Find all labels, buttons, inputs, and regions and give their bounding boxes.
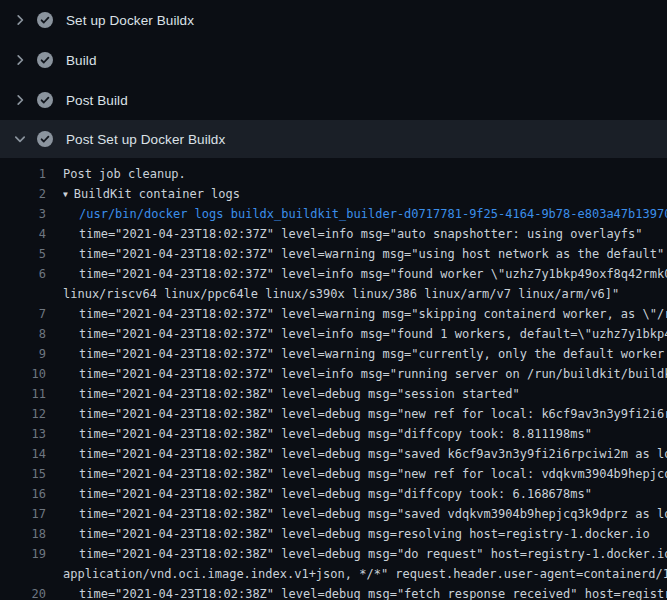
log-line-text: time="2021-04-23T18:02:37Z" level=warnin… bbox=[79, 347, 667, 361]
log-line: 13 time="2021-04-23T18:02:38Z" level=deb… bbox=[0, 424, 667, 444]
log-line-body: linux/riscv64 linux/ppc64le linux/s390x … bbox=[63, 284, 619, 304]
log-line: 17 time="2021-04-23T18:02:38Z" level=deb… bbox=[0, 504, 667, 524]
log-line-body: time="2021-04-23T18:02:37Z" level=info m… bbox=[79, 224, 643, 244]
check-success-icon bbox=[37, 52, 53, 68]
log-line-body: time="2021-04-23T18:02:38Z" level=debug … bbox=[79, 404, 667, 424]
log-line-number[interactable]: 7 bbox=[0, 304, 46, 324]
log-line-number[interactable] bbox=[0, 284, 46, 304]
log-line: 12 time="2021-04-23T18:02:38Z" level=deb… bbox=[0, 404, 667, 424]
log-line-body: time="2021-04-23T18:02:37Z" level=warnin… bbox=[79, 304, 667, 324]
log-line-body: time="2021-04-23T18:02:37Z" level=info m… bbox=[79, 324, 667, 344]
log-line-text: time="2021-04-23T18:02:38Z" level=debug … bbox=[79, 507, 667, 521]
log-line-text: linux/riscv64 linux/ppc64le linux/s390x … bbox=[63, 287, 619, 301]
log-line: 9 time="2021-04-23T18:02:37Z" level=warn… bbox=[0, 344, 667, 364]
step-label: Set up Docker Buildx bbox=[66, 13, 194, 28]
check-success-icon bbox=[37, 12, 53, 28]
log-line-number[interactable]: 4 bbox=[0, 224, 46, 244]
log-line-text: time="2021-04-23T18:02:38Z" level=debug … bbox=[79, 487, 592, 501]
log-line-number[interactable]: 10 bbox=[0, 364, 46, 384]
chevron-right-icon bbox=[12, 92, 28, 108]
log-line-number[interactable]: 5 bbox=[0, 244, 46, 264]
log-line: 19 time="2021-04-23T18:02:38Z" level=deb… bbox=[0, 544, 667, 564]
log-line-number[interactable]: 3 bbox=[0, 204, 46, 224]
log-line-number[interactable] bbox=[0, 564, 46, 584]
log-line-number[interactable]: 16 bbox=[0, 484, 46, 504]
log-line-number[interactable]: 14 bbox=[0, 444, 46, 464]
chevron-right-icon bbox=[12, 52, 28, 68]
step-header-post-set-up-docker-buildx[interactable]: Post Set up Docker Buildx bbox=[0, 120, 667, 158]
log-line-body: time="2021-04-23T18:02:38Z" level=debug … bbox=[79, 424, 592, 444]
log-line-body: ▼BuildKit container logs bbox=[63, 184, 240, 204]
log-line-body: /usr/bin/docker logs buildx_buildkit_bui… bbox=[79, 204, 667, 224]
log-line-text: time="2021-04-23T18:02:37Z" level=info m… bbox=[79, 327, 667, 341]
log-line-body: time="2021-04-23T18:02:37Z" level=warnin… bbox=[79, 244, 664, 264]
group-toggle-icon[interactable]: ▼ bbox=[63, 185, 68, 204]
log-line-text: time="2021-04-23T18:02:38Z" level=debug … bbox=[79, 587, 667, 600]
log-line-text: BuildKit container logs bbox=[74, 187, 240, 201]
log-line-number[interactable]: 20 bbox=[0, 584, 46, 600]
log-line-number[interactable]: 18 bbox=[0, 524, 46, 544]
log-line-text: Post job cleanup. bbox=[63, 167, 186, 181]
log-line-number[interactable]: 12 bbox=[0, 404, 46, 424]
log-line: 14 time="2021-04-23T18:02:38Z" level=deb… bbox=[0, 444, 667, 464]
log-line-text: time="2021-04-23T18:02:37Z" level=warnin… bbox=[79, 307, 667, 321]
log-line-text: application/vnd.oci.image.index.v1+json,… bbox=[63, 567, 667, 581]
log-line: 7 time="2021-04-23T18:02:37Z" level=warn… bbox=[0, 304, 667, 324]
log-line-body: time="2021-04-23T18:02:38Z" level=debug … bbox=[79, 584, 667, 600]
steps-list: Set up Docker Buildx Build Post Build bbox=[0, 0, 667, 158]
log-line-text: time="2021-04-23T18:02:38Z" level=debug … bbox=[79, 387, 520, 401]
log-line-body: time="2021-04-23T18:02:38Z" level=debug … bbox=[79, 544, 667, 564]
log-line: 3 /usr/bin/docker logs buildx_buildkit_b… bbox=[0, 204, 667, 224]
log-line-text: time="2021-04-23T18:02:38Z" level=debug … bbox=[79, 547, 667, 561]
log-line: 5 time="2021-04-23T18:02:37Z" level=warn… bbox=[0, 244, 667, 264]
log-line-text: /usr/bin/docker logs buildx_buildkit_bui… bbox=[79, 207, 667, 221]
step-label: Build bbox=[66, 53, 97, 68]
log-line: 4 time="2021-04-23T18:02:37Z" level=info… bbox=[0, 224, 667, 244]
log-line-text: time="2021-04-23T18:02:37Z" level=info m… bbox=[79, 367, 667, 381]
log-lines: 1 Post job cleanup. 2 ▼BuildKit containe… bbox=[0, 158, 667, 600]
log-line-number[interactable]: 11 bbox=[0, 384, 46, 404]
log-line: 2 ▼BuildKit container logs bbox=[0, 184, 667, 204]
log-line-text: time="2021-04-23T18:02:37Z" level=info m… bbox=[79, 267, 667, 281]
log-line-text: time="2021-04-23T18:02:37Z" level=warnin… bbox=[79, 247, 664, 261]
log-line-text: time="2021-04-23T18:02:37Z" level=info m… bbox=[79, 227, 643, 241]
log-line-number[interactable]: 13 bbox=[0, 424, 46, 444]
step-header-build[interactable]: Build bbox=[0, 40, 667, 80]
log-line: 16 time="2021-04-23T18:02:38Z" level=deb… bbox=[0, 484, 667, 504]
log-line-body: time="2021-04-23T18:02:37Z" level=info m… bbox=[79, 264, 667, 284]
log-line-body: application/vnd.oci.image.index.v1+json,… bbox=[63, 564, 667, 584]
log-line-body: time="2021-04-23T18:02:37Z" level=info m… bbox=[79, 364, 667, 384]
log-line-number[interactable]: 6 bbox=[0, 264, 46, 284]
log-line: 1 Post job cleanup. bbox=[0, 164, 667, 184]
log-line-body: time="2021-04-23T18:02:38Z" level=debug … bbox=[79, 484, 592, 504]
log-line-number[interactable]: 9 bbox=[0, 344, 46, 364]
step-label: Post Build bbox=[66, 93, 128, 108]
step-header-post-build[interactable]: Post Build bbox=[0, 80, 667, 120]
log-line-body: time="2021-04-23T18:02:37Z" level=warnin… bbox=[79, 344, 667, 364]
log-line: 11 time="2021-04-23T18:02:38Z" level=deb… bbox=[0, 384, 667, 404]
log-line-number[interactable]: 15 bbox=[0, 464, 46, 484]
log-line-body: time="2021-04-23T18:02:38Z" level=debug … bbox=[79, 444, 667, 464]
log-line-number[interactable]: 2 bbox=[0, 184, 46, 204]
step-header-set-up-docker-buildx[interactable]: Set up Docker Buildx bbox=[0, 0, 667, 40]
log-line-number[interactable]: 17 bbox=[0, 504, 46, 524]
log-line-text: time="2021-04-23T18:02:38Z" level=debug … bbox=[79, 467, 667, 481]
log-line: linux/riscv64 linux/ppc64le linux/s390x … bbox=[0, 284, 667, 304]
log-line-body: Post job cleanup. bbox=[63, 164, 186, 184]
log-line: 15 time="2021-04-23T18:02:38Z" level=deb… bbox=[0, 464, 667, 484]
log-line: application/vnd.oci.image.index.v1+json,… bbox=[0, 564, 667, 584]
chevron-down-icon bbox=[12, 131, 28, 147]
log-line-number[interactable]: 1 bbox=[0, 164, 46, 184]
log-line-body: time="2021-04-23T18:02:38Z" level=debug … bbox=[79, 524, 650, 544]
log-line: 20 time="2021-04-23T18:02:38Z" level=deb… bbox=[0, 584, 667, 600]
log-line: 18 time="2021-04-23T18:02:38Z" level=deb… bbox=[0, 524, 667, 544]
log-line: 10 time="2021-04-23T18:02:37Z" level=inf… bbox=[0, 364, 667, 384]
check-success-icon bbox=[37, 92, 53, 108]
log-line: 8 time="2021-04-23T18:02:37Z" level=info… bbox=[0, 324, 667, 344]
log-line-text: time="2021-04-23T18:02:38Z" level=debug … bbox=[79, 447, 667, 461]
chevron-right-icon bbox=[12, 12, 28, 28]
log-line-text: time="2021-04-23T18:02:38Z" level=debug … bbox=[79, 527, 650, 541]
check-success-icon bbox=[37, 131, 53, 147]
log-line-number[interactable]: 19 bbox=[0, 544, 46, 564]
log-line-number[interactable]: 8 bbox=[0, 324, 46, 344]
